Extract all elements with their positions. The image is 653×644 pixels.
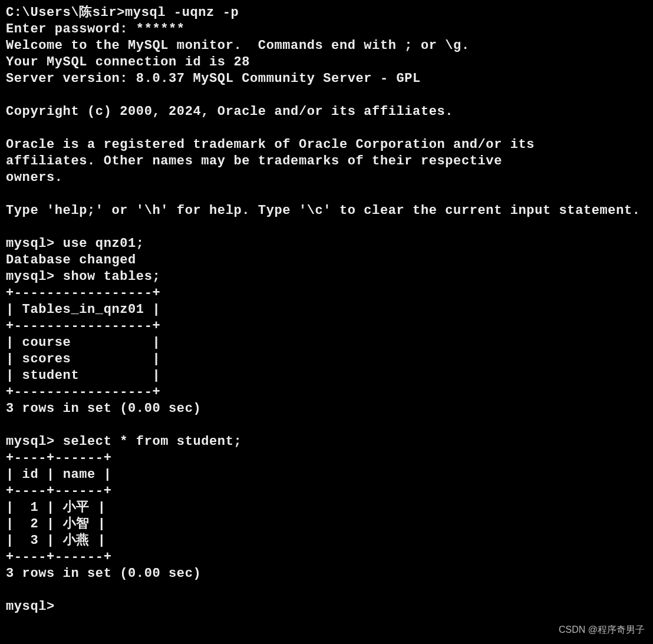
output-line: Your MySQL connection id is 28 — [6, 55, 250, 70]
table-row: | 2 | 小智 | — [6, 517, 105, 531]
table-row: | 1 | 小平 | — [6, 500, 105, 515]
output-line: Type 'help;' or '\h' for help. Type '\c'… — [6, 203, 641, 218]
mysql-prompt: mysql> — [6, 269, 63, 284]
result-summary: 3 rows in set (0.00 sec) — [6, 566, 201, 581]
output-line: owners. — [6, 170, 63, 185]
result-summary: 3 rows in set (0.00 sec) — [6, 401, 201, 416]
output-line: Server version: 8.0.37 MySQL Community S… — [6, 71, 421, 86]
output-line: Database changed — [6, 253, 136, 267]
output-line: Oracle is a registered trademark of Orac… — [6, 137, 535, 152]
table-row: | student | — [6, 368, 160, 383]
table-border: +----+------+ — [6, 484, 111, 498]
watermark: CSDN @程序奇男子 — [559, 622, 645, 638]
table-header-row: | id | name | — [6, 467, 111, 482]
table-row: | course | — [6, 335, 160, 350]
table-border: +-----------------+ — [6, 319, 160, 333]
command-text: use qnz01; — [63, 236, 144, 251]
table-row: | 3 | 小燕 | — [6, 533, 105, 548]
terminal-output[interactable]: C:\Users\陈sir>mysql -uqnz -p Enter passw… — [6, 5, 647, 615]
output-line: Enter password: ****** — [6, 22, 185, 37]
shell-prompt: C:\Users\陈sir> — [6, 5, 125, 20]
command-text: show tables; — [63, 269, 161, 284]
table-border: +-----------------+ — [6, 385, 160, 399]
table-border: +----+------+ — [6, 550, 111, 564]
command-text: select * from student; — [63, 434, 242, 449]
command-text: mysql -uqnz -p — [125, 5, 239, 20]
table-border: +----+------+ — [6, 451, 111, 465]
output-line: Welcome to the MySQL monitor. Commands e… — [6, 38, 470, 53]
table-row: | scores | — [6, 352, 160, 366]
table-border: +-----------------+ — [6, 286, 160, 300]
mysql-prompt: mysql> — [6, 236, 63, 251]
output-line: Copyright (c) 2000, 2024, Oracle and/or … — [6, 104, 453, 119]
table-header-row: | Tables_in_qnz01 | — [6, 302, 160, 317]
mysql-prompt: mysql> — [6, 599, 63, 614]
mysql-prompt: mysql> — [6, 434, 63, 449]
output-line: affiliates. Other names may be trademark… — [6, 154, 502, 169]
